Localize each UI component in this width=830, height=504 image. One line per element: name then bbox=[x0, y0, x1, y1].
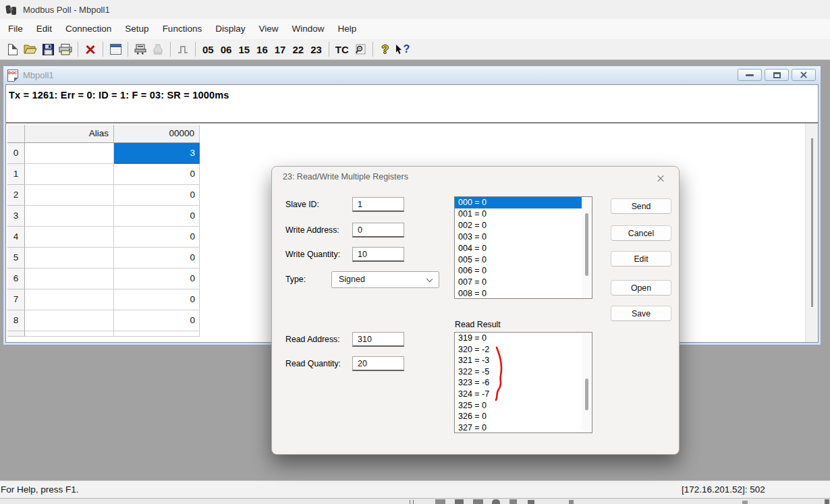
alias-cell[interactable] bbox=[25, 310, 114, 331]
menu-view[interactable]: View bbox=[252, 19, 285, 39]
print-icon[interactable] bbox=[57, 41, 74, 57]
list-item[interactable]: 319 = 0 bbox=[455, 333, 592, 344]
alias-cell[interactable] bbox=[25, 269, 114, 289]
list-item-selected[interactable]: 000 = 0 bbox=[455, 197, 592, 208]
function-22-button[interactable]: 22 bbox=[289, 44, 307, 55]
menu-file[interactable]: File bbox=[1, 19, 30, 39]
alias-column-header[interactable]: Alias bbox=[25, 125, 114, 143]
alias-cell[interactable] bbox=[25, 185, 114, 206]
alias-cell[interactable] bbox=[25, 248, 114, 269]
stop-communication-icon[interactable] bbox=[150, 41, 166, 57]
value-cell[interactable]: 0 bbox=[114, 185, 200, 206]
address-column-header[interactable]: 00000 bbox=[114, 125, 200, 143]
slave-id-input[interactable]: 1 bbox=[352, 197, 404, 212]
scrollbar-thumb[interactable] bbox=[811, 138, 813, 307]
menu-connection[interactable]: Connection bbox=[59, 19, 118, 39]
list-item[interactable]: 326 = 0 bbox=[455, 411, 592, 422]
function-05-button[interactable]: 05 bbox=[199, 44, 217, 55]
function-15-button[interactable]: 15 bbox=[235, 44, 253, 55]
function-23-button[interactable]: 23 bbox=[307, 44, 325, 55]
row-header[interactable]: 3 bbox=[7, 206, 25, 227]
row-header[interactable]: 7 bbox=[7, 289, 25, 310]
list-item[interactable]: 008 = 0 bbox=[455, 288, 592, 300]
grid-vertical-scrollbar[interactable] bbox=[805, 123, 818, 342]
read-result-list[interactable]: 319 = 0 320 = -2 321 = -3 322 = -5 323 =… bbox=[454, 332, 592, 433]
row-header[interactable]: 4 bbox=[7, 227, 25, 248]
value-cell[interactable]: 0 bbox=[114, 289, 200, 310]
child-restore-button[interactable] bbox=[765, 69, 789, 81]
save-button[interactable]: Save bbox=[611, 306, 671, 321]
test-center-button[interactable]: TC bbox=[333, 44, 352, 55]
alias-cell[interactable] bbox=[25, 289, 114, 310]
list-item[interactable]: 325 = 0 bbox=[455, 400, 592, 412]
child-title-bar[interactable]: DOC Mbpoll1 bbox=[3, 66, 821, 84]
value-cell[interactable]: 0 bbox=[114, 206, 200, 227]
value-cell[interactable]: 0 bbox=[114, 164, 200, 185]
open-file-icon[interactable] bbox=[22, 41, 38, 57]
write-address-input[interactable]: 0 bbox=[352, 223, 404, 237]
list-item[interactable]: 004 = 0 bbox=[455, 243, 592, 254]
scrollbar-thumb[interactable] bbox=[585, 213, 588, 276]
read-address-input[interactable]: 310 bbox=[352, 332, 404, 347]
list-item[interactable]: 321 = -3 bbox=[455, 355, 592, 366]
function-06-button[interactable]: 06 bbox=[217, 44, 236, 55]
function-17-button[interactable]: 17 bbox=[271, 44, 289, 55]
menu-edit[interactable]: Edit bbox=[30, 19, 59, 39]
send-button[interactable]: Send bbox=[611, 198, 671, 214]
row-header[interactable]: 6 bbox=[7, 269, 25, 289]
list-item[interactable]: 006 = 0 bbox=[455, 265, 592, 277]
child-minimize-button[interactable] bbox=[738, 69, 762, 81]
list-item[interactable]: 005 = 0 bbox=[455, 254, 592, 266]
value-cell[interactable]: 0 bbox=[114, 269, 200, 289]
read-quantity-input[interactable]: 20 bbox=[352, 356, 404, 371]
child-close-button[interactable] bbox=[792, 69, 816, 81]
value-cell[interactable]: 0 bbox=[114, 310, 200, 331]
menu-functions[interactable]: Functions bbox=[156, 19, 209, 39]
open-button[interactable]: Open bbox=[611, 280, 671, 296]
function-16-button[interactable]: 16 bbox=[253, 44, 271, 55]
save-icon[interactable] bbox=[40, 41, 56, 57]
alias-cell[interactable] bbox=[25, 227, 114, 248]
list-item[interactable]: 320 = -2 bbox=[455, 344, 592, 356]
alias-cell[interactable] bbox=[25, 143, 114, 164]
help-icon[interactable]: ? bbox=[377, 41, 393, 57]
list-item[interactable]: 324 = -7 bbox=[455, 389, 592, 400]
list-item[interactable]: 327 = 0 bbox=[455, 422, 592, 434]
list-item[interactable]: 001 = 0 bbox=[455, 208, 592, 220]
alias-cell[interactable] bbox=[25, 206, 114, 227]
row-header[interactable]: 1 bbox=[7, 164, 25, 185]
scrollbar-thumb[interactable] bbox=[585, 379, 588, 410]
menu-display[interactable]: Display bbox=[209, 19, 252, 39]
display-setup-icon[interactable] bbox=[107, 41, 123, 57]
new-file-icon[interactable] bbox=[5, 41, 21, 57]
context-help-icon[interactable]: ? bbox=[395, 41, 411, 57]
value-cell-selected[interactable]: 3 bbox=[114, 143, 200, 164]
list-item[interactable]: 322 = -5 bbox=[455, 366, 592, 378]
list-item[interactable]: 007 = 0 bbox=[455, 277, 592, 288]
type-select[interactable]: Signed bbox=[331, 271, 439, 288]
row-header[interactable]: 5 bbox=[7, 248, 25, 269]
cancel-button[interactable]: Cancel bbox=[611, 225, 671, 241]
edit-button[interactable]: Edit bbox=[611, 251, 671, 267]
write-quantity-input[interactable]: 10 bbox=[352, 247, 404, 262]
alias-cell[interactable] bbox=[25, 164, 114, 185]
read-write-once-icon[interactable] bbox=[132, 41, 148, 57]
menu-setup[interactable]: Setup bbox=[118, 19, 155, 39]
menu-help[interactable]: Help bbox=[331, 19, 363, 39]
list-item[interactable]: 323 = -6 bbox=[455, 377, 592, 389]
value-cell[interactable]: 0 bbox=[114, 227, 200, 248]
dialog-close-button[interactable] bbox=[649, 170, 672, 186]
list-item[interactable]: 003 = 0 bbox=[455, 231, 592, 243]
row-header[interactable]: 2 bbox=[7, 185, 25, 206]
write-values-list[interactable]: 000 = 0 001 = 0 002 = 0 003 = 0 004 = 0 … bbox=[454, 196, 592, 299]
disconnect-icon[interactable] bbox=[82, 41, 99, 57]
list-item[interactable]: 002 = 0 bbox=[455, 220, 592, 231]
communication-traffic-icon[interactable] bbox=[352, 41, 368, 57]
row-header[interactable]: 8 bbox=[7, 310, 25, 331]
value-cell[interactable]: 0 bbox=[114, 248, 200, 269]
menu-window[interactable]: Window bbox=[285, 19, 331, 39]
single-pulse-icon[interactable] bbox=[175, 41, 191, 57]
list-scrollbar[interactable] bbox=[582, 197, 592, 298]
list-scrollbar[interactable] bbox=[582, 333, 592, 432]
row-header[interactable]: 0 bbox=[7, 143, 25, 164]
